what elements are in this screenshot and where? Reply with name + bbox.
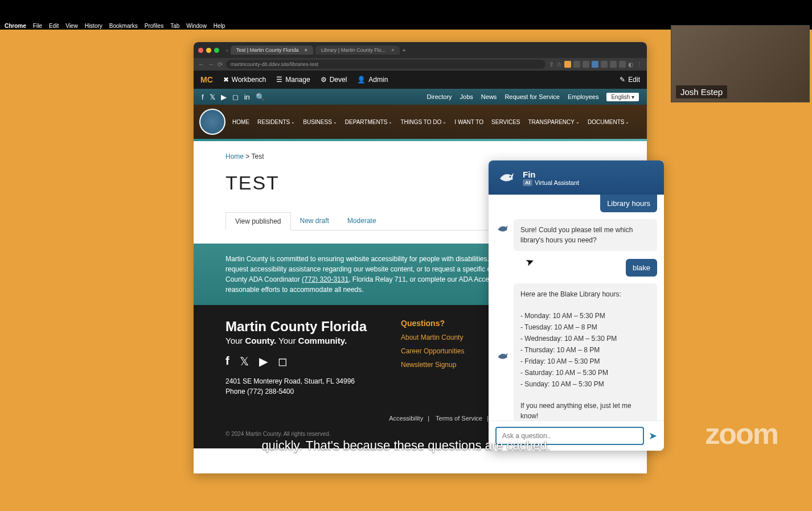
chat-message-list[interactable]: Library hours Sure! Could you please tel… bbox=[489, 195, 664, 421]
hours-tuesday: - Tuesday: 10 AM – 8 PM bbox=[520, 322, 650, 332]
facebook-icon[interactable]: f bbox=[202, 93, 204, 101]
footer-link-newsletter[interactable]: Newsletter Signup bbox=[401, 361, 464, 369]
bot-message-row: Sure! Could you please tell me which lib… bbox=[495, 219, 657, 251]
menu-history[interactable]: History bbox=[85, 23, 102, 29]
search-icon[interactable]: 🔍 bbox=[256, 93, 265, 101]
toolbar-workbench[interactable]: ✖Workbench bbox=[223, 76, 266, 84]
extension-icons: ⇪ ☆ ◐ ⋮ bbox=[549, 61, 642, 68]
footer-heading: Martin County Florida bbox=[225, 319, 367, 335]
ada-phone-link[interactable]: (772) 320-3131 bbox=[302, 275, 348, 283]
drupal-admin-toolbar: MC ✖Workbench ☰Manage ⚙Devel 👤Admin ✎Edi… bbox=[194, 71, 647, 89]
footer-link-about[interactable]: About Martin County bbox=[401, 333, 464, 341]
footer-link-careers[interactable]: Career Opportunities bbox=[401, 347, 464, 355]
chatbot-header: Fin AIVirtual Assistant bbox=[489, 160, 664, 195]
extension-icon[interactable] bbox=[564, 61, 571, 68]
window-close[interactable] bbox=[198, 48, 203, 53]
nav-business[interactable]: BUSINESS⌄ bbox=[301, 117, 339, 127]
menu-profiles[interactable]: Profiles bbox=[145, 23, 163, 29]
footer-phone-number[interactable]: (772) 288-5400 bbox=[247, 388, 294, 395]
nav-home[interactable]: HOME bbox=[230, 117, 252, 127]
profile-icon[interactable]: ◐ bbox=[628, 61, 634, 68]
utility-links: Directory Jobs News Request for Service … bbox=[427, 93, 639, 101]
nav-transparency[interactable]: TRANSPARENCY⌄ bbox=[526, 117, 582, 127]
site-logo-small[interactable]: MC bbox=[200, 75, 213, 84]
address-bar[interactable] bbox=[226, 60, 546, 69]
webcam-thumbnail: Josh Estep bbox=[671, 25, 810, 102]
toolbar-admin[interactable]: 👤Admin bbox=[357, 76, 388, 84]
nav-residents[interactable]: RESIDENTS⌄ bbox=[255, 117, 297, 127]
chevron-down-icon: ⌄ bbox=[625, 119, 629, 125]
menu-view[interactable]: View bbox=[65, 23, 78, 29]
extension-icon[interactable] bbox=[601, 61, 608, 68]
toolbar-manage[interactable]: ☰Manage bbox=[276, 76, 310, 84]
link-directory[interactable]: Directory bbox=[427, 93, 452, 100]
share-icon[interactable]: ⇪ bbox=[549, 61, 554, 68]
youtube-icon[interactable]: ▶ bbox=[259, 355, 268, 368]
nav-services[interactable]: SERVICES bbox=[489, 117, 522, 127]
extension-icon[interactable] bbox=[610, 61, 617, 68]
menu-help[interactable]: Help bbox=[214, 23, 225, 29]
tab-close-icon[interactable]: × bbox=[391, 47, 394, 53]
toolbar-devel[interactable]: ⚙Devel bbox=[321, 76, 347, 84]
bot-avatar-icon bbox=[495, 349, 510, 364]
extension-icon[interactable] bbox=[573, 61, 580, 68]
facebook-icon[interactable]: f bbox=[225, 355, 229, 368]
link-employees[interactable]: Employees bbox=[568, 93, 598, 100]
link-jobs[interactable]: Jobs bbox=[460, 93, 473, 100]
window-zoom[interactable] bbox=[214, 48, 219, 53]
menu-file[interactable]: File bbox=[33, 23, 42, 29]
hours-friday: - Friday: 10 AM – 5:30 PM bbox=[520, 356, 650, 366]
menu-bookmarks[interactable]: Bookmarks bbox=[109, 23, 138, 29]
gear-icon: ⚙ bbox=[321, 76, 327, 84]
link-request-service[interactable]: Request for Service bbox=[505, 93, 560, 100]
menubar-app[interactable]: Chrome bbox=[5, 23, 26, 29]
breadcrumb-home[interactable]: Home bbox=[225, 153, 244, 160]
browser-tab-1[interactable]: Test | Martin County Florida× bbox=[231, 46, 313, 55]
instagram-icon[interactable]: ◻ bbox=[232, 93, 239, 101]
language-selector[interactable]: English ▾ bbox=[606, 93, 639, 101]
user-message: Library hours bbox=[600, 195, 657, 212]
extension-icon[interactable] bbox=[592, 61, 598, 68]
window-controls bbox=[198, 48, 219, 53]
extension-icon[interactable] bbox=[619, 61, 626, 68]
menu-icon[interactable]: ⋮ bbox=[636, 61, 642, 68]
tab-view-published[interactable]: View published bbox=[225, 212, 291, 230]
tab-moderate[interactable]: Moderate bbox=[338, 212, 386, 230]
tab-nav-icon[interactable]: ‹ bbox=[226, 47, 228, 53]
nav-back-icon[interactable]: ← bbox=[198, 61, 204, 68]
user-icon: 👤 bbox=[357, 76, 366, 84]
nav-i-want-to[interactable]: I WANT TO bbox=[452, 117, 486, 127]
menu-edit[interactable]: Edit bbox=[49, 23, 59, 29]
x-twitter-icon[interactable]: 𝕏 bbox=[210, 93, 215, 101]
hamburger-icon: ☰ bbox=[276, 76, 282, 84]
language-label: English bbox=[611, 94, 630, 100]
nav-reload-icon[interactable]: ⟳ bbox=[218, 61, 223, 68]
instagram-icon[interactable]: ◻ bbox=[278, 355, 288, 368]
nav-documents[interactable]: DOCUMENTS⌄ bbox=[585, 117, 631, 127]
link-terms[interactable]: Terms of Service bbox=[436, 415, 482, 422]
chat-send-button[interactable]: ➤ bbox=[649, 430, 657, 442]
link-accessibility[interactable]: Accessibility bbox=[389, 415, 423, 422]
x-twitter-icon[interactable]: 𝕏 bbox=[240, 355, 249, 368]
footer-quick-links: Questions? About Martin County Career Op… bbox=[401, 319, 464, 397]
link-news[interactable]: News bbox=[481, 93, 497, 100]
county-seal-logo[interactable] bbox=[199, 109, 225, 135]
nav-things-to-do[interactable]: THINGS TO DO⌄ bbox=[398, 117, 449, 127]
menu-window[interactable]: Window bbox=[186, 23, 207, 29]
youtube-icon[interactable]: ▶ bbox=[221, 93, 227, 101]
toolbar-edit[interactable]: ✎Edit bbox=[620, 76, 640, 84]
chevron-down-icon: ⌄ bbox=[576, 119, 580, 125]
tab-new-draft[interactable]: New draft bbox=[291, 212, 338, 230]
nav-forward-icon[interactable]: → bbox=[208, 61, 214, 68]
tab-close-icon[interactable]: × bbox=[305, 47, 307, 53]
chatbot-role: Virtual Assistant bbox=[535, 179, 579, 186]
nav-departments[interactable]: DEPARTMENTS⌄ bbox=[343, 117, 395, 127]
browser-tab-2[interactable]: Library | Martin County Flo...× bbox=[315, 46, 400, 55]
hours-intro: Here are the Blake Library hours: bbox=[520, 289, 650, 299]
window-minimize[interactable] bbox=[206, 48, 211, 53]
menu-tab[interactable]: Tab bbox=[170, 23, 179, 29]
star-icon[interactable]: ☆ bbox=[556, 61, 562, 68]
new-tab-button[interactable]: + bbox=[402, 47, 405, 53]
linkedin-icon[interactable]: in bbox=[244, 93, 250, 101]
extension-icon[interactable] bbox=[583, 61, 589, 68]
